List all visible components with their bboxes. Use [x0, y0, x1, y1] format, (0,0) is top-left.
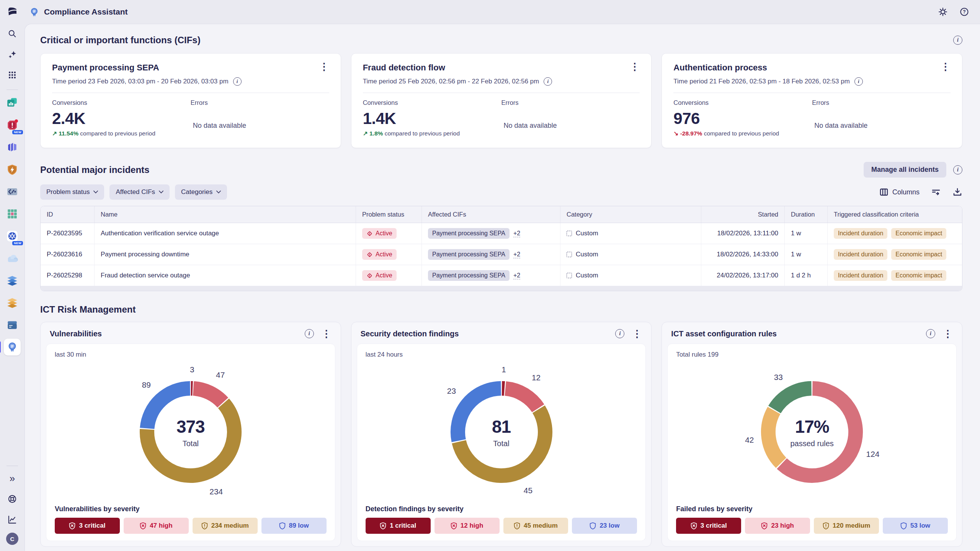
severity-chip-high: 12 high [434, 518, 500, 534]
cell-duration: 1 w [784, 223, 827, 244]
conversions-delta: ↗ 11.54% compared to previous period [52, 130, 191, 137]
support-lifebuoy-icon[interactable] [5, 491, 20, 507]
ict-card-menu-icon[interactable]: ⋮ [943, 330, 953, 337]
affected-cif-chip: Payment processing SEPA [428, 249, 510, 260]
chevron-down-icon [159, 191, 163, 194]
cell-id: P-26023616 [41, 244, 94, 265]
cif-card-1: Fraud detection flow⋮Time period 25 Feb … [351, 53, 652, 148]
sidebar-app-problems-icon[interactable]: NEW [4, 117, 21, 134]
sidebar-app-workloads-icon[interactable] [4, 205, 21, 222]
donut-value-label: 1 [501, 365, 506, 373]
cif-section-title: Critical or important functions (CIFs) [40, 35, 201, 46]
time-period-info-icon[interactable]: i [854, 77, 863, 86]
severity-chip-low: 23 low [572, 518, 637, 534]
sidebar-bottom-divider [7, 466, 18, 466]
legend-title: Vulnerabilities by severity [55, 505, 327, 513]
ict-card-info-icon[interactable]: i [926, 329, 935, 338]
app-grid-icon[interactable] [5, 67, 20, 83]
sidebar-app-services-icon[interactable] [4, 139, 21, 156]
sidebar-app-dashboards-icon[interactable] [4, 95, 21, 111]
time-period-info-icon[interactable]: i [544, 77, 552, 86]
dynatrace-logo[interactable] [0, 6, 24, 18]
ict-card-subtitle: Total rules 199 [676, 351, 948, 359]
severity-shield-icon [201, 522, 208, 530]
sidebar-app-logs-icon[interactable] [4, 294, 21, 311]
more-cifs-link[interactable]: +2 [513, 272, 520, 279]
problem-diamond-icon [366, 272, 373, 279]
conversions-delta: ↗ 1.8% compared to previous period [363, 130, 501, 137]
table-scrollbar[interactable] [41, 286, 962, 291]
donut-chart: 1244233 [743, 363, 881, 501]
sidebar-app-distributed-tracing-icon[interactable] [4, 183, 21, 200]
criteria-chip: Incident duration [834, 249, 887, 260]
ai-sparkles-icon[interactable] [5, 47, 20, 62]
severity-chip-label: 12 high [461, 522, 483, 530]
ict-card-menu-icon[interactable]: ⋮ [322, 330, 332, 337]
filter-pill-problem-status[interactable]: Problem status [40, 184, 104, 200]
cif-card-menu-icon[interactable]: ⋮ [319, 63, 329, 70]
columns-control[interactable]: Columns [879, 187, 920, 197]
cif-card-menu-icon[interactable]: ⋮ [630, 63, 640, 70]
sidebar-app-kubernetes-icon[interactable]: NEW [4, 228, 21, 245]
table-row[interactable]: P-26023616Payment processing downtimeAct… [41, 244, 962, 265]
column-header-0[interactable]: ID [41, 206, 94, 223]
column-header-1[interactable]: Name [94, 206, 356, 223]
table-row[interactable]: P-26025298Fraud detection service outage… [41, 265, 962, 286]
user-avatar[interactable]: C [6, 533, 18, 545]
time-period-info-icon[interactable]: i [233, 77, 242, 86]
sidebar-app-security-icon[interactable] [4, 161, 21, 178]
cif-card-0: Payment processing SEPA⋮Time period 23 F… [40, 53, 341, 148]
cif-card-menu-icon[interactable]: ⋮ [941, 63, 951, 70]
errors-no-data: No data available [504, 122, 640, 130]
donut-wrap: 34723489373Total [55, 359, 327, 505]
filter-pill-categories[interactable]: Categories [175, 184, 227, 200]
donut-segment-low [457, 388, 501, 440]
help-icon[interactable]: ? [959, 7, 969, 17]
column-header-3[interactable]: Affected CIFs [421, 206, 560, 223]
manage-all-incidents-button[interactable]: Manage all incidents [864, 162, 946, 178]
settings-gear-icon[interactable] [938, 7, 948, 17]
incidents-info-icon[interactable]: i [953, 165, 962, 174]
severity-chip-medium: 234 medium [193, 518, 258, 534]
errors-metric: ErrorsNo data available [501, 99, 640, 137]
severity-chip-label: 234 medium [211, 522, 249, 530]
filter-pill-affected-cifs[interactable]: Affected CIFs [109, 184, 170, 200]
expand-sidebar-icon[interactable]: » [5, 471, 20, 486]
sidebar-app-hosts-icon[interactable] [4, 272, 21, 289]
search-icon[interactable] [5, 26, 20, 41]
criteria-chip: Economic impact [891, 228, 946, 239]
severity-chip-critical: 3 critical [676, 518, 741, 534]
sidebar-app-clouds-icon[interactable] [4, 250, 21, 267]
cell-started: 24/02/2026, 13:17:00 [701, 265, 784, 286]
column-header-7[interactable]: Triggered classification criteria [827, 206, 962, 223]
ict-card-info-icon[interactable]: i [615, 329, 624, 338]
severity-chip-high: 23 high [745, 518, 810, 534]
ict-card-info-icon[interactable]: i [305, 329, 314, 338]
delta-arrow-icon: ↘ [673, 130, 680, 137]
conversions-label: Conversions [52, 99, 191, 106]
sidebar-app-compliance-assistant-icon[interactable] [4, 339, 21, 355]
donut-value-label: 3 [190, 365, 194, 373]
column-header-6[interactable]: Duration [784, 206, 827, 223]
more-cifs-link[interactable]: +2 [513, 230, 520, 237]
cif-info-icon[interactable]: i [953, 36, 962, 45]
severity-shield-icon [900, 522, 907, 530]
donut-value-label: 45 [523, 486, 532, 494]
table-config-icon[interactable] [931, 187, 941, 197]
ict-card-menu-icon[interactable]: ⋮ [632, 330, 642, 337]
severity-chip-medium: 120 medium [814, 518, 879, 534]
column-header-4[interactable]: Category [560, 206, 701, 223]
more-cifs-link[interactable]: +2 [513, 251, 520, 258]
cell-problem-status: Active [356, 265, 421, 286]
table-row[interactable]: P-26023595Authentication verification se… [41, 223, 962, 244]
cif-time-period: Time period 23 Feb 2026, 03:03 pm - 20 F… [52, 78, 229, 85]
sidebar-app-containers-icon[interactable] [4, 316, 21, 333]
severity-chip-low: 89 low [261, 518, 327, 534]
column-header-5[interactable]: Started [701, 206, 784, 223]
download-icon[interactable] [952, 187, 962, 197]
custom-category-icon [567, 231, 572, 236]
severity-chips: 1 critical12 high45 medium23 low [366, 518, 637, 534]
column-header-2[interactable]: Problem status [356, 206, 421, 223]
donut-value-label: 89 [142, 380, 151, 389]
usage-chart-icon[interactable] [5, 512, 20, 527]
